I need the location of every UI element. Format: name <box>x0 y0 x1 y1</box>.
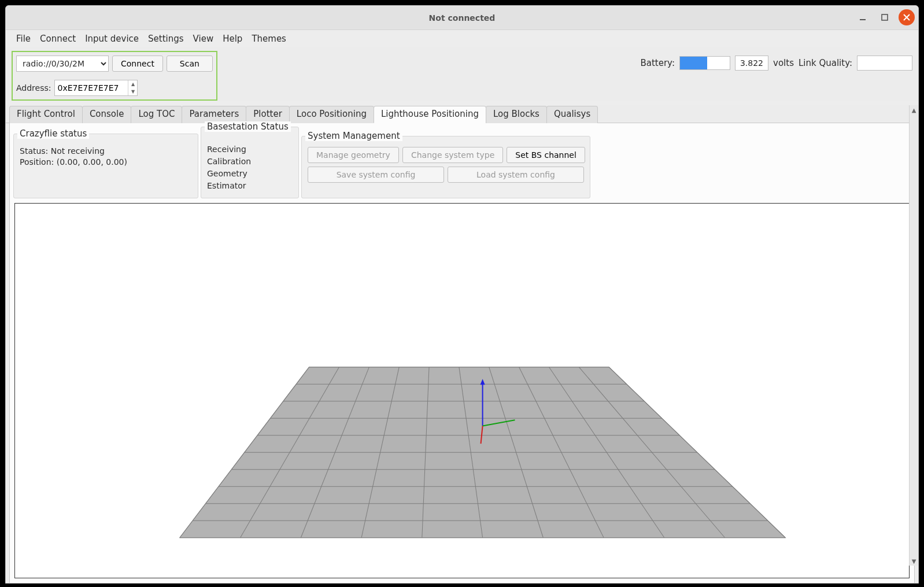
tab-qualisys[interactable]: Qualisys <box>546 106 598 123</box>
set-bs-channel-button[interactable]: Set BS channel <box>507 147 585 163</box>
manage-geometry-button[interactable]: Manage geometry <box>308 147 399 163</box>
menu-connect[interactable]: Connect <box>36 32 79 45</box>
menu-view[interactable]: View <box>190 32 217 45</box>
menu-themes[interactable]: Themes <box>248 32 290 45</box>
position-label: Position: <box>20 157 54 167</box>
system-management-title: System Management <box>305 131 402 141</box>
load-system-config-button[interactable]: Load system config <box>448 167 584 183</box>
address-field[interactable]: ▲ ▼ <box>54 80 138 96</box>
vertical-scrollbar[interactable]: ▲ ▼ <box>909 105 918 566</box>
window-title: Not connected <box>429 13 496 23</box>
connection-panel: radio://0/30/2M Connect Scan Address: ▲ … <box>12 51 217 101</box>
menu-input-device[interactable]: Input device <box>82 32 142 45</box>
maximize-button[interactable] <box>877 9 893 25</box>
crazyflie-status-group: Crazyflie status Status: Not receiving P… <box>13 134 198 198</box>
bs-item-receiving: Receiving <box>207 143 293 156</box>
bs-item-calibration: Calibration <box>207 156 293 168</box>
tab-lighthouse-positioning[interactable]: Lighthouse Positioning <box>374 106 486 123</box>
tab-bar: Flight Control Console Log TOC Parameter… <box>6 105 918 123</box>
close-button[interactable] <box>899 9 915 25</box>
address-spinner[interactable]: ▲ ▼ <box>128 80 137 95</box>
tab-loco-positioning[interactable]: Loco Positioning <box>289 106 374 123</box>
system-management-group: System Management Manage geometry Change… <box>301 136 590 198</box>
battery-bar <box>679 56 730 70</box>
volts-label: volts <box>773 58 794 68</box>
address-label: Address: <box>16 83 51 93</box>
svg-rect-1 <box>882 14 888 20</box>
tab-log-blocks[interactable]: Log Blocks <box>486 106 547 123</box>
tab-plotter[interactable]: Plotter <box>246 106 290 123</box>
menu-file[interactable]: File <box>13 32 34 45</box>
toolbar: radio://0/30/2M Connect Scan Address: ▲ … <box>6 47 918 101</box>
volts-value: 3.822 <box>735 56 768 71</box>
connect-button[interactable]: Connect <box>112 56 163 72</box>
bs-item-geometry: Geometry <box>207 168 293 180</box>
tab-parameters[interactable]: Parameters <box>182 106 246 123</box>
basestation-status-title: Basestation Status <box>205 121 291 132</box>
position-value: (0.00, 0.00, 0.00) <box>57 157 127 167</box>
tab-console[interactable]: Console <box>82 106 132 123</box>
titlebar: Not connected <box>6 6 918 30</box>
menu-settings[interactable]: Settings <box>145 32 187 45</box>
tab-flight-control[interactable]: Flight Control <box>9 106 83 123</box>
chevron-up-icon[interactable]: ▲ <box>128 80 137 88</box>
change-system-type-button[interactable]: Change system type <box>402 147 503 163</box>
crazyflie-status-title: Crazyflie status <box>17 128 89 139</box>
save-system-config-button[interactable]: Save system config <box>308 167 444 183</box>
minimize-button[interactable] <box>855 9 871 25</box>
tab-content: Crazyflie status Status: Not receiving P… <box>9 123 915 584</box>
tab-log-toc[interactable]: Log TOC <box>131 106 182 123</box>
battery-fill <box>680 57 707 69</box>
status-value: Not receiving <box>51 146 105 156</box>
scroll-up-icon[interactable]: ▲ <box>910 105 918 115</box>
bs-item-estimator: Estimator <box>207 180 293 192</box>
basestation-status-group: Basestation Status Receiving Calibration… <box>201 127 299 198</box>
menu-bar: File Connect Input device Settings View … <box>6 30 918 47</box>
link-quality-label: Link Quality: <box>799 58 852 68</box>
scroll-down-icon[interactable]: ▼ <box>910 556 918 566</box>
address-input[interactable] <box>55 80 128 95</box>
link-quality-value <box>857 56 912 71</box>
uri-combo[interactable]: radio://0/30/2M <box>16 56 109 72</box>
3d-viewport[interactable] <box>14 203 910 578</box>
chevron-down-icon[interactable]: ▼ <box>128 88 137 95</box>
menu-help[interactable]: Help <box>219 32 246 45</box>
status-area: Battery: 3.822 volts Link Quality: <box>640 51 912 71</box>
battery-label: Battery: <box>640 58 674 68</box>
status-label: Status: <box>20 146 48 156</box>
scan-button[interactable]: Scan <box>167 56 213 72</box>
